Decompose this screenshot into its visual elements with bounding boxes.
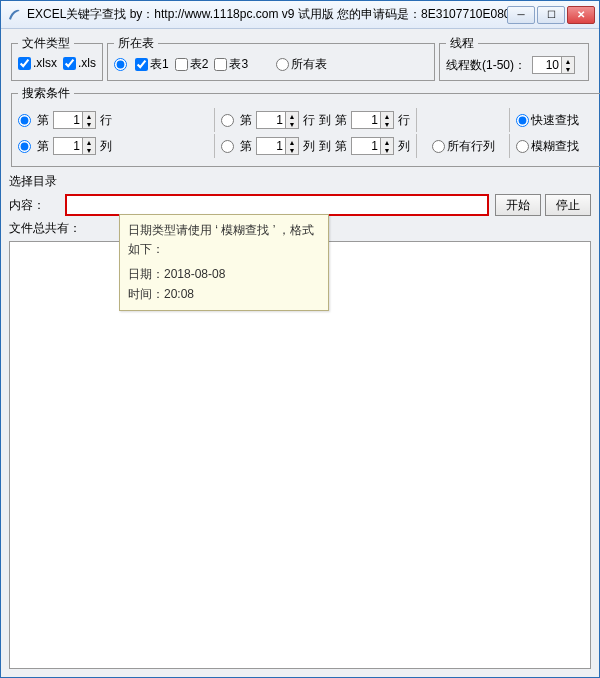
threads-group: 线程 线程数(1-50)： ▲▼ — [439, 35, 589, 81]
threads-input[interactable] — [533, 58, 561, 72]
search-legend: 搜索条件 — [18, 85, 74, 102]
content-label: 内容： — [9, 197, 65, 214]
filetype-legend: 文件类型 — [18, 35, 74, 52]
chk-t3[interactable]: 表3 — [214, 56, 248, 73]
search-row-2: 第 ▲▼ 列 第 ▲▼ 列 到 第 ▲▼ 列 所有行列 — [18, 134, 600, 158]
close-button[interactable]: ✕ — [567, 6, 595, 24]
radio-fuzzy[interactable]: 模糊查找 — [516, 138, 579, 155]
radio-fast[interactable]: 快速查找 — [516, 112, 579, 129]
radio-allsheets[interactable]: 所有表 — [276, 56, 327, 73]
tooltip-line2: 日期：2018-08-08 — [128, 265, 320, 284]
start-button[interactable]: 开始 — [495, 194, 541, 216]
radio-sheets[interactable] — [114, 58, 129, 71]
window-controls: ─ ☐ ✕ — [507, 6, 595, 24]
tooltip: 日期类型请使用 ‘ 模糊查找 ’ ，格式如下： 日期：2018-08-08 时间… — [119, 214, 329, 311]
tables-legend: 所在表 — [114, 35, 158, 52]
col-from-spin[interactable]: ▲▼ — [256, 137, 299, 155]
chk-xls[interactable]: .xls — [63, 56, 96, 70]
content-row: 内容： 开始 停止 — [9, 194, 591, 216]
chk-t2[interactable]: 表2 — [175, 56, 209, 73]
tooltip-line3: 时间：20:08 — [128, 285, 320, 304]
dir-label: 选择目录 — [9, 173, 65, 190]
content-area: 文件类型 .xlsx .xls 所在表 表1 表2 表3 所有表 线程 — [1, 29, 599, 677]
radio-row-single[interactable] — [18, 114, 33, 127]
row-single-spin[interactable]: ▲▼ — [53, 111, 96, 129]
row-from-spin[interactable]: ▲▼ — [256, 111, 299, 129]
search-row-1: 第 ▲▼ 行 第 ▲▼ 行 到 第 ▲▼ 行 — [18, 108, 600, 132]
row-to-spin[interactable]: ▲▼ — [351, 111, 394, 129]
threads-label: 线程数(1-50)： — [446, 57, 526, 74]
app-icon — [5, 7, 21, 23]
maximize-button[interactable]: ☐ — [537, 6, 565, 24]
filetype-group: 文件类型 .xlsx .xls — [11, 35, 103, 81]
spin-down-icon[interactable]: ▼ — [562, 65, 574, 73]
content-input-wrap — [65, 194, 489, 216]
dir-row: 选择目录 — [9, 173, 591, 190]
chk-t1[interactable]: 表1 — [135, 56, 169, 73]
minimize-button[interactable]: ─ — [507, 6, 535, 24]
stop-button[interactable]: 停止 — [545, 194, 591, 216]
content-input[interactable] — [69, 198, 485, 212]
threads-spinner[interactable]: ▲▼ — [532, 56, 575, 74]
tables-group: 所在表 表1 表2 表3 所有表 — [107, 35, 435, 81]
radio-row-range[interactable] — [221, 114, 236, 127]
spin-up-icon[interactable]: ▲ — [562, 57, 574, 65]
file-count-label: 文件总共有： — [9, 220, 81, 237]
search-group: 搜索条件 第 ▲▼ 行 第 ▲▼ 行 到 第 ▲▼ 行 — [11, 85, 600, 167]
radio-col-single[interactable] — [18, 140, 33, 153]
tooltip-line1: 日期类型请使用 ‘ 模糊查找 ’ ，格式如下： — [128, 221, 320, 259]
chk-xlsx[interactable]: .xlsx — [18, 56, 57, 70]
radio-allrowcol[interactable]: 所有行列 — [432, 138, 495, 155]
threads-legend: 线程 — [446, 35, 478, 52]
top-row: 文件类型 .xlsx .xls 所在表 表1 表2 表3 所有表 线程 — [9, 33, 591, 83]
window-title: EXCEL关键字查找 by：http://www.1118pc.com v9 试… — [27, 6, 507, 23]
col-to-spin[interactable]: ▲▼ — [351, 137, 394, 155]
titlebar: EXCEL关键字查找 by：http://www.1118pc.com v9 试… — [1, 1, 599, 29]
radio-col-range[interactable] — [221, 140, 236, 153]
app-window: EXCEL关键字查找 by：http://www.1118pc.com v9 试… — [0, 0, 600, 678]
col-single-spin[interactable]: ▲▼ — [53, 137, 96, 155]
